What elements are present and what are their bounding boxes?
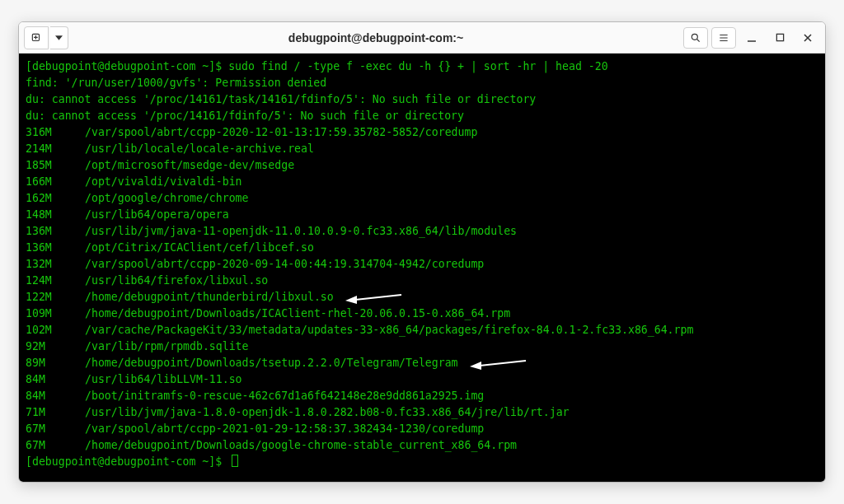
list-item: 84M/boot/initramfs-0-rescue-462c67d1a6f6…: [26, 390, 484, 402]
list-item: 214M/usr/lib/locale/locale-archive.real: [26, 142, 314, 155]
list-item: 71M/usr/lib/jvm/java-1.8.0-openjdk-1.8.0…: [26, 406, 570, 418]
list-item: 136M/opt/Citrix/ICAClient/cef/libcef.so: [26, 241, 314, 254]
maximize-button[interactable]: [767, 27, 792, 49]
minimize-button[interactable]: [739, 27, 764, 49]
new-tab-button[interactable]: [24, 26, 49, 49]
cursor: [232, 455, 238, 467]
hamburger-menu-button[interactable]: [711, 27, 736, 49]
list-item: 185M/opt/microsoft/msedge-dev/msedge: [26, 159, 294, 171]
svg-line-4: [697, 39, 700, 41]
terminal-window: debugpoint@debugpoint-com:~ [debugpoint@…: [18, 21, 826, 483]
svg-rect-9: [776, 34, 783, 40]
list-item: 136M/usr/lib/jvm/java-11-openjdk-11.0.10…: [26, 225, 517, 237]
terminal-output: [debugpoint@debugpoint-com ~]$ sudo find…: [26, 58, 818, 470]
list-item: 89M/home/debugpoint/Downloads/tsetup.2.2…: [26, 357, 458, 369]
svg-point-3: [692, 34, 697, 40]
list-item: 67M/home/debugpoint/Downloads/google-chr…: [26, 439, 517, 451]
list-item: 84M/usr/lib64/libLLVM-11.so: [26, 373, 242, 385]
new-tab-dropdown[interactable]: [50, 26, 68, 49]
window-title: debugpoint@debugpoint-com:~: [72, 31, 680, 44]
titlebar: debugpoint@debugpoint-com:~: [19, 22, 825, 54]
list-item: 92M/var/lib/rpm/rpmdb.sqlite: [26, 340, 249, 352]
list-item: 124M/usr/lib64/firefox/libxul.so: [26, 274, 268, 287]
close-button[interactable]: [795, 27, 820, 49]
list-item: 102M/var/cache/PackageKit/33/metadata/up…: [26, 324, 693, 336]
list-item: 316M/var/spool/abrt/ccpp-2020-12-01-13:1…: [26, 126, 477, 138]
list-item: 166M/opt/vivaldi/vivaldi-bin: [26, 175, 242, 188]
list-item: 132M/var/spool/abrt/ccpp-2020-09-14-00:4…: [26, 258, 484, 270]
list-item: 109M/home/debugpoint/Downloads/ICAClient…: [26, 307, 510, 320]
list-item: 122M/home/debugpoint/thunderbird/libxul.…: [26, 291, 334, 303]
terminal-viewport[interactable]: [debugpoint@debugpoint-com ~]$ sudo find…: [19, 54, 825, 482]
list-item: 67M/var/spool/abrt/ccpp-2021-01-29-12:58…: [26, 422, 484, 435]
list-item: 148M/usr/lib64/opera/opera: [26, 208, 229, 221]
list-item: 162M/opt/google/chrome/chrome: [26, 192, 249, 204]
search-button[interactable]: [683, 27, 708, 49]
